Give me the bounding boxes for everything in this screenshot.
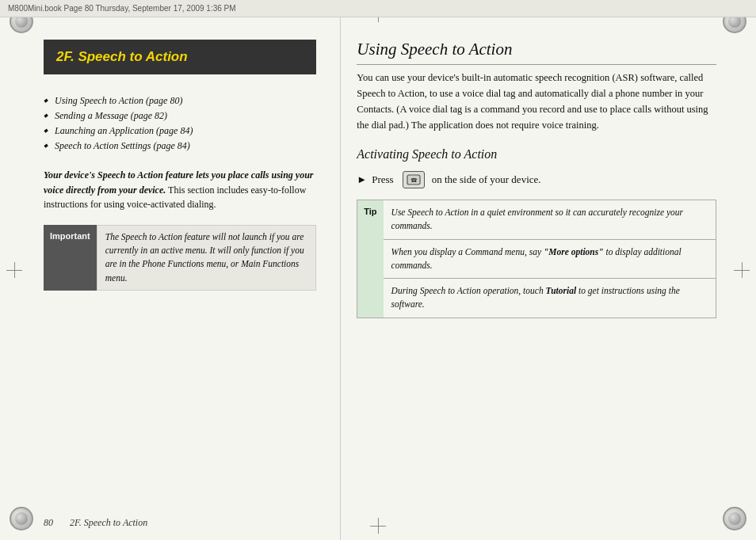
section-header-title: 2F. Speech to Action (56, 49, 304, 65)
tip-row-1: Use Speech to Action in a quiet environm… (384, 200, 716, 239)
tip-box: Tip Use Speech to Action in a quiet envi… (357, 200, 716, 318)
list-item: Speech to Action Settings (page 84) (44, 139, 316, 154)
important-box: Important The Speech to Action feature w… (44, 225, 316, 291)
press-arrow: ► (357, 173, 367, 186)
section-header-box: 2F. Speech to Action (44, 40, 316, 74)
list-item: Launching an Application (page 84) (44, 124, 316, 139)
chapter-label: 2F. Speech to Action (70, 517, 147, 528)
bullet-list: Using Speech to Action (page 80) Sending… (44, 93, 316, 154)
tip-row-2: When you display a Command menu, say "Mo… (384, 239, 716, 279)
intro-paragraph: Your device's Speech to Action feature l… (44, 168, 316, 212)
main-title: Using Speech to Action (357, 40, 716, 65)
section-description: You can use your device's built-in autom… (357, 70, 716, 133)
footer: 80 2F. Speech to Action (44, 517, 147, 529)
list-item: Sending a Message (page 82) (44, 108, 316, 124)
header-text: M800Mini.book Page 80 Thursday, Septembe… (8, 4, 236, 13)
page-number: 80 (44, 517, 53, 528)
svg-text:☎: ☎ (410, 177, 417, 183)
important-label: Important (44, 225, 97, 291)
list-item: Using Speech to Action (page 80) (44, 93, 316, 108)
sub-title: Activating Speech to Action (357, 147, 716, 162)
right-column: Using Speech to Action You can use your … (340, 17, 756, 540)
press-text: Press (372, 173, 393, 186)
tip-rows: Use Speech to Action in a quiet environm… (384, 200, 716, 318)
press-after-text: on the side of your device. (432, 173, 541, 186)
important-text: The Speech to Action feature will not la… (97, 225, 317, 291)
more-options-text: "More options" (544, 247, 604, 257)
page: M800Mini.book Page 80 Thursday, Septembe… (0, 0, 756, 540)
button-icon: ☎ (403, 171, 425, 188)
left-column: 2F. Speech to Action Using Speech to Act… (0, 17, 340, 540)
tutorial-text: Tutorial (546, 286, 577, 295)
header-bar: M800Mini.book Page 80 Thursday, Septembe… (0, 0, 756, 17)
press-line: ► Press ☎ on the side of your device. (357, 171, 716, 188)
content-area: 2F. Speech to Action Using Speech to Act… (0, 17, 756, 540)
tip-label: Tip (357, 200, 383, 318)
tip-row-3: During Speech to Action operation, touch… (384, 278, 716, 318)
